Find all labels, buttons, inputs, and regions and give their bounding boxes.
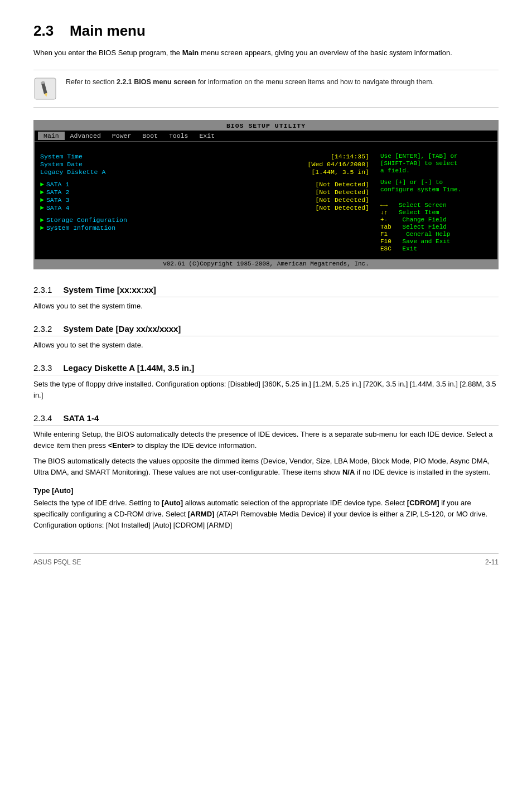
- subsection-234-title: SATA 1-4: [63, 413, 99, 423]
- section-title-text: Main menu: [70, 22, 146, 39]
- bios-field-system-info: ►System Information: [40, 224, 369, 231]
- subsection-234-body1: While entering Setup, the BIOS automatic…: [33, 429, 499, 451]
- subsection-234-body3: Selects the type of IDE drive. Setting t…: [33, 497, 499, 531]
- bios-sata1-value: [Not Detected]: [315, 181, 369, 188]
- bios-left-panel: System Time [14:14:35] System Date [Wed …: [35, 145, 375, 256]
- bios-field-storage-config: ►Storage Configuration: [40, 216, 369, 224]
- subsection-231-title: System Time [xx:xx:xx]: [63, 285, 156, 294]
- bios-screenshot: BIOS SETUP UTILITY Main Advanced Power B…: [33, 120, 499, 269]
- bios-label-system-time: System Time: [40, 153, 83, 160]
- bios-field-sata3: ►SATA 3 [Not Detected]: [40, 196, 369, 204]
- subsection-231-number: 2.3.1: [33, 285, 52, 294]
- bios-field-sata4: ►SATA 4 [Not Detected]: [40, 204, 369, 211]
- type-auto-heading: Type [Auto]: [33, 486, 499, 495]
- bios-menubar: Main Advanced Power Boot Tools Exit: [35, 131, 497, 142]
- bios-key-change-field: +- Change Field: [380, 216, 492, 223]
- subsection-232-number: 2.3.2: [33, 324, 52, 334]
- subsection-233-title: Legacy Diskette A [1.44M, 3.5 in.]: [63, 363, 194, 373]
- bios-storage-config-label: ►Storage Configuration: [40, 216, 127, 224]
- bios-body: System Time [14:14:35] System Date [Wed …: [35, 142, 497, 259]
- subsection-233-body: Sets the type of floppy drive installed.…: [33, 379, 499, 401]
- bios-right-panel: Use [ENTER], [TAB] or [SHIFT-TAB] to sel…: [375, 145, 497, 256]
- subsection-232-title: System Date [Day xx/xx/xxxx]: [63, 324, 181, 334]
- bios-menu-tools: Tools: [163, 132, 194, 140]
- bios-field-sata1: ►SATA 1 [Not Detected]: [40, 181, 369, 188]
- bios-field-legacy-diskette: Legacy Diskette A [1.44M, 3.5 in]: [40, 168, 369, 176]
- bios-help-3: a field.: [380, 167, 492, 174]
- subsection-233-heading-row: 2.3.3 Legacy Diskette A [1.44M, 3.5 in.]: [33, 363, 499, 375]
- section-number: 2.3: [33, 22, 54, 39]
- bios-label-legacy-diskette: Legacy Diskette A: [40, 168, 105, 176]
- subsection-231: 2.3.1 System Time [xx:xx:xx] Allows you …: [33, 285, 499, 312]
- bios-sata1-label: ►SATA 1: [40, 181, 69, 188]
- section-title: 2.3 Main menu: [33, 22, 499, 40]
- bios-system-info-label: ►System Information: [40, 224, 115, 231]
- bios-value-legacy-diskette: [1.44M, 3.5 in]: [311, 168, 369, 176]
- subsection-233-number: 2.3.3: [33, 363, 52, 373]
- note-text: Refer to section 2.2.1 BIOS menu screen …: [66, 77, 434, 88]
- bios-menu-main: Main: [38, 132, 65, 140]
- bios-help-5: configure system Time.: [380, 186, 492, 193]
- note-box: Refer to section 2.2.1 BIOS menu screen …: [33, 70, 499, 108]
- bios-value-system-time: [14:14:35]: [331, 153, 369, 160]
- subsection-234-body2: The BIOS automatically detects the value…: [33, 456, 499, 478]
- bios-help-4: Use [+] or [-] to: [380, 179, 492, 186]
- bios-key-select-field: Tab Select Field: [380, 224, 492, 230]
- bios-menu-exit: Exit: [194, 132, 220, 140]
- intro-text: When you enter the BIOS Setup program, t…: [33, 47, 499, 59]
- bios-keys: ←→ Select Screen ↓↑ Select Item +- Chang…: [380, 202, 492, 252]
- section-heading: 2.3 Main menu When you enter the BIOS Se…: [33, 22, 499, 59]
- subsection-231-heading-row: 2.3.1 System Time [xx:xx:xx]: [33, 285, 499, 297]
- pencil-icon: [33, 77, 57, 100]
- note-icon: [33, 77, 57, 100]
- subsection-232: 2.3.2 System Date [Day xx/xx/xxxx] Allow…: [33, 324, 499, 351]
- subsection-233: 2.3.3 Legacy Diskette A [1.44M, 3.5 in.]…: [33, 363, 499, 401]
- bios-titlebar: BIOS SETUP UTILITY: [35, 121, 497, 131]
- bios-help-2: [SHIFT-TAB] to select: [380, 160, 492, 167]
- bios-menu-boot: Boot: [137, 132, 163, 140]
- bios-sata3-value: [Not Detected]: [315, 196, 369, 204]
- bios-menu-advanced: Advanced: [65, 132, 107, 140]
- bios-help-1: Use [ENTER], [TAB] or: [380, 153, 492, 160]
- bios-field-system-date: System Date [Wed 04/16/2008]: [40, 161, 369, 168]
- bios-key-select-item: ↓↑ Select Item: [380, 209, 492, 216]
- bios-key-general-help: F1 General Help: [380, 231, 492, 238]
- subsection-234-heading-row: 2.3.4 SATA 1-4: [33, 413, 499, 426]
- page-footer: ASUS P5QL SE 2-11: [33, 553, 499, 566]
- subsection-234: 2.3.4 SATA 1-4 While entering Setup, the…: [33, 413, 499, 531]
- bios-key-select-screen: ←→ Select Screen: [380, 202, 492, 209]
- bios-label-system-date: System Date: [40, 161, 83, 168]
- bios-field-sata2: ►SATA 2 [Not Detected]: [40, 189, 369, 196]
- subsection-232-heading-row: 2.3.2 System Date [Day xx/xx/xxxx]: [33, 324, 499, 336]
- bios-sata2-label: ►SATA 2: [40, 189, 69, 196]
- footer-right: 2-11: [485, 558, 499, 566]
- subsection-231-body: Allows you to set the system time.: [33, 301, 499, 312]
- bios-value-system-date: [Wed 04/16/2008]: [308, 161, 369, 168]
- subsection-232-body: Allows you to set the system date.: [33, 340, 499, 351]
- footer-left: ASUS P5QL SE: [33, 558, 81, 566]
- bios-sata2-value: [Not Detected]: [315, 189, 369, 196]
- subsection-234-number: 2.3.4: [33, 413, 52, 423]
- bios-sata3-label: ►SATA 3: [40, 196, 69, 204]
- bios-key-save-exit: F10 Save and Exit: [380, 238, 492, 245]
- bios-field-system-time: System Time [14:14:35]: [40, 153, 369, 160]
- bios-sata4-value: [Not Detected]: [315, 204, 369, 211]
- bios-footer: v02.61 (C)Copyright 1985-2008, American …: [35, 259, 497, 268]
- bios-sata4-label: ►SATA 4: [40, 204, 69, 211]
- bios-menu-power: Power: [107, 132, 137, 140]
- bios-key-esc: ESC Exit: [380, 245, 492, 252]
